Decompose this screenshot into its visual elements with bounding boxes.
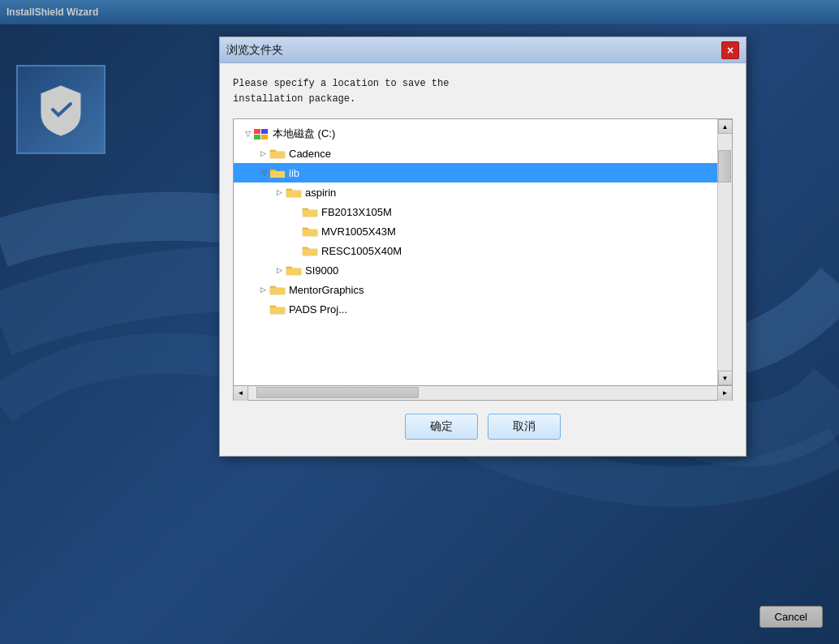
scroll-up-button[interactable]: ▲: [718, 119, 733, 134]
expand-arrow-cadence: [256, 147, 269, 160]
svg-rect-1: [261, 129, 268, 134]
folder-svg-mvr1005: [302, 225, 318, 238]
horizontal-scrollbar[interactable]: ◄ ►: [233, 386, 733, 401]
cadence-label: Cadence: [289, 148, 331, 160]
folder-icon-fb2013: [302, 205, 318, 218]
browse-folder-dialog: 浏览文件夹 × Please specify a location to sav…: [219, 36, 746, 457]
tree-item-lib[interactable]: lib: [234, 163, 717, 182]
folder-tree-container: 本地磁盘 (C:) Cadence: [233, 118, 733, 386]
tree-item-cadence[interactable]: Cadence: [234, 144, 717, 163]
svg-rect-2: [254, 135, 260, 140]
tree-item-mentorgraphics[interactable]: MentorGraphics: [234, 280, 717, 299]
tree-item-mvr1005[interactable]: MVR1005X43M: [234, 221, 717, 241]
scroll-left-button[interactable]: ◄: [234, 386, 248, 401]
dialog-instruction: Please specify a location to save the in…: [233, 76, 733, 107]
folder-icon-cadence: [269, 147, 286, 160]
tree-item-aspirin[interactable]: aspirin: [234, 182, 717, 202]
cancel-dialog-button[interactable]: 取消: [488, 414, 561, 440]
expand-arrow-aspirin: [273, 186, 286, 199]
lib-label: lib: [289, 167, 299, 179]
aspirin-label: aspirin: [305, 187, 336, 199]
folder-icon-mentorgraphics: [269, 283, 286, 296]
mentorgraphics-label: MentorGraphics: [289, 284, 364, 296]
tree-item-local-disk[interactable]: 本地磁盘 (C:): [234, 124, 717, 144]
scroll-down-button[interactable]: ▼: [718, 371, 733, 385]
folder-icon-pads: [269, 303, 286, 316]
mvr1005-label: MVR1005X43M: [321, 225, 396, 238]
folder-icon-si9000: [286, 264, 302, 277]
svg-rect-0: [254, 129, 260, 134]
dialog-title: 浏览文件夹: [226, 43, 283, 58]
tree-item-si9000[interactable]: SI9000: [234, 260, 717, 280]
vertical-scrollbar[interactable]: ▲ ▼: [717, 119, 732, 385]
expand-arrow-lib: [256, 166, 269, 179]
folder-tree: 本地磁盘 (C:) Cadence: [234, 119, 717, 385]
tree-item-pads[interactable]: PADS Proj...: [234, 299, 717, 319]
folder-svg-aspirin: [286, 186, 302, 199]
local-disk-icon-svg: [253, 127, 269, 140]
expand-arrow-local-disk: [240, 127, 253, 140]
scroll-thumb[interactable]: [718, 150, 731, 182]
tree-item-fb2013[interactable]: FB2013X105M: [234, 202, 717, 221]
folder-svg-lib: [269, 166, 286, 179]
h-scroll-track[interactable]: [248, 386, 717, 400]
dialog-body: Please specify a location to save the in…: [220, 63, 746, 456]
scroll-right-button[interactable]: ►: [717, 386, 732, 401]
folder-icon-mvr1005: [302, 225, 318, 238]
folder-svg-fb2013: [302, 205, 318, 218]
folder-svg-cadence: [269, 147, 286, 160]
instruction-line2: installation package.: [233, 93, 355, 105]
resc1005-label: RESC1005X40M: [321, 245, 402, 257]
local-disk-label: 本地磁盘 (C:): [273, 127, 335, 141]
pads-label: PADS Proj...: [289, 303, 347, 316]
computer-icon: [253, 127, 269, 140]
folder-svg-pads: [269, 303, 286, 316]
tree-item-resc1005[interactable]: RESC1005X40M: [234, 241, 717, 260]
expand-arrow-mentorgraphics: [256, 283, 269, 296]
fb2013-label: FB2013X105M: [321, 206, 392, 218]
expand-arrow-si9000: [273, 264, 286, 277]
folder-icon-lib: [269, 166, 286, 179]
svg-rect-3: [261, 135, 268, 140]
dialog-buttons-area: 确定 取消: [233, 414, 733, 443]
ok-button[interactable]: 确定: [405, 414, 478, 440]
folder-svg-si9000: [286, 264, 302, 277]
scroll-track[interactable]: [718, 134, 732, 371]
h-scroll-thumb[interactable]: [256, 387, 419, 398]
si9000-label: SI9000: [305, 264, 338, 277]
folder-icon-resc1005: [302, 244, 318, 257]
dialog-close-button[interactable]: ×: [721, 41, 739, 59]
folder-icon-aspirin: [286, 186, 302, 199]
dialog-titlebar: 浏览文件夹 ×: [220, 37, 746, 63]
instruction-line1: Please specify a location to save the: [233, 78, 449, 89]
folder-svg-resc1005: [302, 244, 318, 257]
folder-svg-mentorgraphics: [269, 283, 286, 296]
